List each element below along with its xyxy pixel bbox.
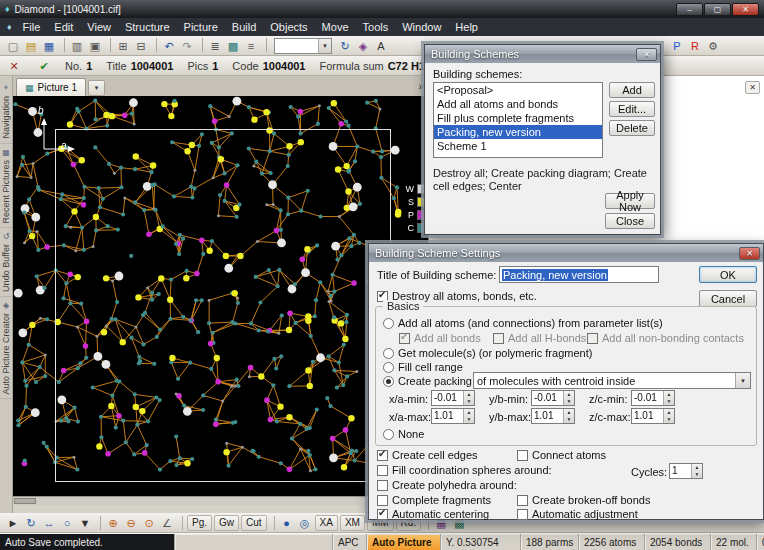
perspective-icon[interactable]: ◈ <box>354 38 372 54</box>
ellipsoid-mode-icon[interactable]: ◎ <box>296 515 314 531</box>
menu-item[interactable]: Window <box>395 19 448 35</box>
separator[interactable] <box>196 38 203 52</box>
menu-item[interactable]: Edit <box>47 19 80 35</box>
structure-picture-icon[interactable]: ▩ <box>224 38 242 54</box>
data-sheet-icon[interactable]: ≣ <box>206 38 224 54</box>
scheme-list-item[interactable]: Packing, new version <box>434 125 602 139</box>
undo-icon[interactable]: ↶ <box>160 38 178 54</box>
connect-atoms-checkbox[interactable]: Connect atoms <box>517 449 606 461</box>
scheme-list-item[interactable]: <Proposal> <box>434 83 602 97</box>
yb-max-spinner[interactable]: 1.01 ▲▼ <box>531 408 575 424</box>
separator[interactable] <box>104 38 111 52</box>
separator[interactable] <box>94 516 101 530</box>
add-all-bonds-checkbox[interactable]: Add all bonds <box>399 332 481 344</box>
spinner-arrows[interactable]: ▲▼ <box>663 409 674 423</box>
separator[interactable] <box>260 38 267 52</box>
menu-item[interactable]: File <box>16 19 48 35</box>
broken-off-bonds-checkbox[interactable]: Create broken-off bonds <box>517 494 650 506</box>
none-radio[interactable]: None <box>383 428 424 440</box>
dialog-title-bar[interactable]: Building Schemes ✕ <box>425 45 660 63</box>
save-icon[interactable]: ▦ <box>40 38 58 54</box>
cycles-spinner[interactable]: 1 ▲▼ <box>669 463 703 479</box>
tab-picture-1[interactable]: ▦ Picture 1 <box>16 78 86 96</box>
add-all-hbonds-checkbox[interactable]: Add all H-bonds <box>493 332 586 344</box>
paste-icon[interactable]: ⊟ <box>132 38 150 54</box>
menu-item[interactable]: Move <box>315 19 356 35</box>
print-preview-icon[interactable]: ▣ <box>86 38 104 54</box>
spinner-arrows[interactable]: ▲▼ <box>563 409 574 423</box>
powder-pattern-icon[interactable]: P <box>668 38 686 54</box>
tool-options-icon[interactable]: ▼ <box>76 515 94 531</box>
scheme-title-input[interactable]: Packing, new version <box>499 266 659 283</box>
xm-button[interactable]: XM <box>340 515 365 531</box>
apply-now-button[interactable]: Apply Now <box>605 193 655 209</box>
menu-item[interactable]: Help <box>448 19 485 35</box>
delete-button[interactable]: Delete <box>609 120 655 136</box>
measure-icon[interactable]: ∠ <box>158 515 176 531</box>
rotate-tool-icon[interactable]: ↻ <box>22 515 40 531</box>
fill-coordination-checkbox[interactable]: Fill coordination spheres around: <box>377 464 552 476</box>
zc-max-spinner[interactable]: 1.01 ▲▼ <box>631 408 675 424</box>
xa-max-spinner[interactable]: 1.01 ▲▼ <box>431 408 475 424</box>
title-bar[interactable]: ♦ Diamond - [1004001.cif] – ▢ ✕ <box>0 0 764 18</box>
picture-tab-dropdown[interactable]: ▼ <box>88 80 105 96</box>
packing-mode-dropdown[interactable]: of molecules with centroid inside ▼ <box>473 372 751 389</box>
dialog-close-button[interactable]: ✕ <box>739 247 760 260</box>
dialog-title-bar[interactable]: Building Scheme Settings ✕ <box>369 244 763 262</box>
cancel-button[interactable]: Cancel <box>699 290 757 307</box>
separator[interactable] <box>176 516 183 530</box>
labels-icon[interactable]: A <box>372 38 390 54</box>
get-molecules-radio[interactable]: Get molecule(s) (or polymeric fragment) <box>383 347 592 359</box>
create-packing-radio[interactable]: Create packing <box>383 375 472 387</box>
automatic-adjustment-checkbox[interactable]: Automatic adjustment <box>517 508 638 520</box>
separator[interactable] <box>268 516 275 530</box>
sidebar-tab-undo-buffer[interactable]: ↺ Undo Buffer <box>0 228 12 297</box>
menu-item[interactable]: Structure <box>118 19 177 35</box>
ok-button[interactable]: OK <box>699 266 757 283</box>
scheme-list-item[interactable]: Add all atoms and bonds <box>434 97 602 111</box>
select-tool-icon[interactable]: ► <box>4 515 22 531</box>
atom-groups-dropdown[interactable]: ▼ <box>274 38 332 54</box>
sidebar-tab-recent-pictures[interactable]: ▦ Recent Pictures <box>0 144 12 229</box>
spinner-arrows[interactable]: ▲▼ <box>691 464 702 478</box>
spinner-arrows[interactable]: ▲▼ <box>563 391 574 405</box>
move-tool-icon[interactable]: ↔ <box>40 515 58 531</box>
gw-button[interactable]: Gw <box>214 515 239 531</box>
redo-icon[interactable]: ↷ <box>178 38 196 54</box>
create-cell-edges-checkbox[interactable]: Create cell edges <box>377 449 478 461</box>
menu-item[interactable]: Tools <box>356 19 396 35</box>
copy-icon[interactable]: ⊞ <box>114 38 132 54</box>
spinner-arrows[interactable]: ▲▼ <box>463 391 474 405</box>
horizontal-scrollbar[interactable] <box>13 496 428 505</box>
zoom-tool-icon[interactable]: ○ <box>58 515 76 531</box>
dialog-close-button[interactable]: ✕ <box>636 48 657 61</box>
building-schemes-list[interactable]: <Proposal>Add all atoms and bondsFill pl… <box>433 82 603 158</box>
sphere-mode-icon[interactable]: ● <box>278 515 296 531</box>
close-button[interactable]: ✕ <box>732 3 759 16</box>
scheme-list-item[interactable]: Fill plus complete fragments <box>434 111 602 125</box>
document-menu-icon[interactable]: ♦ <box>3 22 16 32</box>
close-record-icon[interactable]: ✕ <box>5 58 23 74</box>
sidebar-tab-navigation[interactable]: ⌖ Navigation <box>0 79 12 144</box>
separator[interactable] <box>150 38 157 52</box>
xa-button[interactable]: XA <box>315 515 338 531</box>
menu-item[interactable]: Build <box>225 19 263 35</box>
menu-item[interactable]: Objects <box>263 19 314 35</box>
scheme-list-item[interactable]: Scheme 1 <box>434 139 602 153</box>
add-button[interactable]: Add <box>609 82 655 98</box>
print-icon[interactable]: ▥ <box>68 38 86 54</box>
pane-close-icon[interactable]: ✕ <box>745 81 760 94</box>
new-file-icon[interactable]: ▢ <box>4 38 22 54</box>
sidebar-tab-auto-picture-creator[interactable]: ◈ Auto Picture Creator <box>0 297 12 400</box>
zc-min-spinner[interactable]: -0.01 ▲▼ <box>631 390 675 406</box>
scrollbar-thumb[interactable] <box>14 498 36 504</box>
create-polyhedra-checkbox[interactable]: Create polyhedra around: <box>377 479 517 491</box>
preferences-icon[interactable]: ⚙ <box>704 38 722 54</box>
spinner-arrows[interactable]: ▲▼ <box>663 391 674 405</box>
complete-fragments-checkbox[interactable]: Complete fragments <box>377 494 491 506</box>
apply-record-icon[interactable]: ✔ <box>35 58 53 74</box>
reflections-icon[interactable]: R <box>686 38 704 54</box>
rotate-view-icon[interactable]: ↻ <box>336 38 354 54</box>
automatic-centering-checkbox[interactable]: Automatic centering <box>377 508 489 520</box>
add-contacts-checkbox[interactable]: Add all non-bonding contacts <box>587 332 744 344</box>
